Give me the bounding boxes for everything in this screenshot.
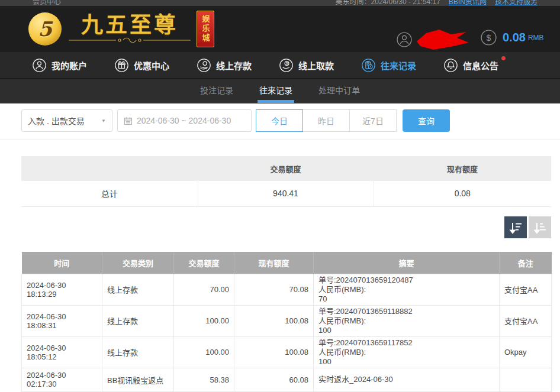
summary-table: 交易额度 现有额度 总计 940.41 0.08 [21,156,551,207]
withdraw-icon: $ [279,59,293,72]
balance-currency: RMB [528,34,544,42]
summary-header-empty [21,156,198,181]
notification-dot [501,56,506,60]
deposit-icon [197,59,211,72]
search-button[interactable]: 查询 [403,109,450,132]
last7days-button[interactable]: 近7日 [349,109,397,132]
cell-balance: 70.08 [234,274,314,305]
logo-badge: 娱乐城 [197,11,214,47]
sort-ascending-button[interactable] [529,216,551,238]
table-row: 2024-06-30 02:17:30 BB视讯骰宝返点 58.38 60.08… [22,368,552,391]
site-header: 5 九五至尊 娱乐城 [0,6,560,52]
cell-time: 2024-06-30 18:13:29 [22,274,102,305]
top-strip: 会员中心 美东时间：2024/06/30 - 21:54:17 BBIN资讯网 … [0,0,560,6]
summary-header-trade-amount: 交易额度 [198,156,374,181]
transaction-type-value: 入款 . 出款交易 [28,115,85,127]
caret-down-icon: ▼ [101,118,106,124]
cell-amount: 100.00 [174,305,234,336]
cell-remark: 支付宝AA [500,274,552,305]
cell-balance: 60.08 [234,368,314,391]
filter-bar: 入款 . 出款交易 ▼ 2024-06-30 ~ 2024-06-30 今日 昨… [21,109,450,132]
cell-balance: 100.08 [234,336,314,368]
redacted-username-scribble [417,28,471,51]
cell-balance: 100.08 [234,305,314,336]
cell-amount: 100.00 [174,336,234,368]
cell-type: 线上存款 [102,336,174,368]
sort-controls [504,216,551,238]
member-center-link[interactable]: 会员中心 [33,0,61,6]
logo-monogram-icon: 5 [28,12,62,46]
summary-total-current-amount: 0.08 [374,181,551,206]
nav-label: 线上取款 [298,59,334,72]
date-range-value: 2024-06-30 ~ 2024-06-30 [137,116,231,125]
col-type: 交易类别 [102,252,174,274]
nav-label: 优惠中心 [134,59,169,72]
cell-summary: 单号:202407013659118882 人民币(RMB): 100 [314,305,500,336]
bell-icon [444,59,458,72]
svg-text:$: $ [486,33,491,43]
coin-icon: $ [481,30,497,46]
table-row: 2024-06-30 18:13:29 线上存款 70.00 70.08 单号:… [22,274,552,305]
nav-item-my-account[interactable]: 我的账户 [33,59,87,72]
nav-item-transaction-records[interactable]: 往来记录 [362,59,416,72]
col-time: 时间 [22,252,102,274]
nav-item-promotions[interactable]: 优惠中心 [115,59,169,72]
nav-item-online-deposit[interactable]: 线上存款 [197,59,252,72]
sort-ascending-icon [533,221,547,235]
tab-transaction-records[interactable]: 往来记录 [258,79,294,103]
gift-icon [115,59,128,72]
tech-support-link[interactable]: 技术支持服务 [495,0,538,6]
table-row: 2024-06-30 18:08:31 线上存款 100.00 100.08 单… [22,305,552,336]
nav-item-online-withdrawal[interactable]: $ 线上取款 [279,59,334,72]
cell-summary: 单号:202407013659120487 人民币(RMB): 70 [314,274,500,305]
bbin-info-link[interactable]: BBIN资讯网 [449,0,487,6]
avatar-icon[interactable] [397,32,412,47]
records-table: 时间 交易类别 交易额度 现有额度 摘要 备注 2024-06-30 18:13… [21,252,552,392]
transaction-type-select[interactable]: 入款 . 出款交易 ▼ [21,109,112,132]
cell-time: 2024-06-30 02:17:30 [22,368,102,391]
col-remark: 备注 [500,252,552,274]
cell-remark: Okpay [500,336,552,368]
quick-date-buttons: 今日 昨日 近7日 [256,109,397,132]
nav-label: 我的账户 [52,59,87,72]
sort-descending-icon [508,221,523,235]
col-trade-amount: 交易额度 [174,252,234,274]
table-row: 2024-06-30 18:05:12 线上存款 100.00 100.08 单… [22,336,552,368]
col-current-amount: 现有额度 [234,252,314,274]
site-logo[interactable]: 5 九五至尊 娱乐城 [28,11,214,47]
sort-descending-button[interactable] [504,216,527,238]
record-subtabs: 投注记录 往来记录 处理中订单 [0,79,560,103]
records-header-row: 时间 交易类别 交易额度 现有额度 摘要 备注 [22,252,552,274]
summary-total-row: 总计 940.41 0.08 [21,181,551,206]
cell-type: 线上存款 [102,274,174,305]
nav-label: 线上存款 [216,59,252,72]
cell-time: 2024-06-30 18:08:31 [22,305,102,336]
balance-display[interactable]: $ 0.08 RMB [481,30,544,46]
calendar-icon [124,116,133,125]
nav-label: 信息公告 [463,59,498,72]
date-range-input[interactable]: 2024-06-30 ~ 2024-06-30 [117,109,252,132]
summary-total-label: 总计 [21,181,198,206]
yesterday-button[interactable]: 昨日 [302,109,350,132]
summary-total-trade-amount: 940.41 [198,181,374,206]
nav-label: 往来记录 [381,59,416,72]
cell-type: BB视讯骰宝返点 [102,368,174,391]
col-summary: 摘要 [314,252,500,274]
tab-pending-orders[interactable]: 处理中订单 [317,79,362,103]
cell-amount: 70.00 [174,274,234,305]
server-time-label: 美东时间：2024/06/30 - 21:54:17 [336,0,440,6]
logo-flourish [67,37,192,44]
cell-time: 2024-06-30 18:05:12 [22,336,102,368]
main-nav: 我的账户 优惠中心 线上存款 $ 线上取 [0,52,560,79]
cell-summary: 实时返水_2024-06-30 [314,368,500,391]
section-divider [0,140,560,140]
cell-remark [500,368,552,391]
cell-amount: 58.38 [174,368,234,391]
nav-item-announcements[interactable]: 信息公告 [444,59,498,72]
cell-type: 线上存款 [102,305,174,336]
tab-betting-records[interactable]: 投注记录 [198,79,235,103]
summary-header-current-amount: 现有额度 [374,156,551,181]
logo-title: 九五至尊 [81,14,178,37]
user-icon [33,59,46,72]
today-button[interactable]: 今日 [256,109,303,132]
